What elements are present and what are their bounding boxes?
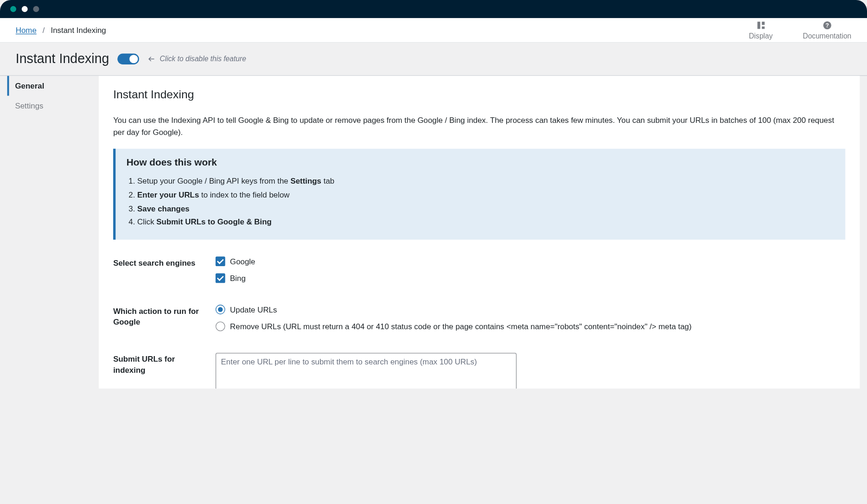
documentation-label: Documentation — [803, 32, 851, 40]
row-search-engines: Select search engines Google Bing — [113, 256, 845, 283]
display-label: Display — [749, 32, 772, 40]
window-max-dot[interactable] — [33, 6, 39, 12]
svg-rect-1 — [762, 21, 765, 25]
radio-remove-urls[interactable]: Remove URLs (URL must return a 404 or 41… — [216, 322, 845, 332]
main-panel: Instant Indexing You can use the Indexin… — [99, 76, 860, 389]
topbar: Home / Instant Indexing Display ? Docume… — [0, 18, 867, 43]
breadcrumb-home-link[interactable]: Home — [16, 26, 37, 34]
toggle-hint: Click to disable this feature — [148, 55, 246, 63]
panel-heading: Instant Indexing — [113, 88, 845, 102]
window-close-dot[interactable] — [10, 6, 16, 12]
checkbox-label: Bing — [230, 274, 246, 282]
panel-description: You can use the Indexing API to tell Goo… — [113, 115, 845, 138]
documentation-link[interactable]: ? Documentation — [803, 20, 851, 40]
info-step: Click Submit URLs to Google & Bing — [137, 217, 835, 229]
breadcrumb: Home / Instant Indexing — [16, 26, 106, 34]
checkbox-label: Google — [230, 257, 255, 266]
page-header: Instant Indexing Click to disable this f… — [0, 43, 867, 76]
info-step: Save changes — [137, 203, 835, 215]
arrow-left-icon — [148, 55, 156, 63]
row-action: Which action to run for Google Update UR… — [113, 305, 845, 331]
checkbox-icon — [216, 256, 225, 266]
display-link[interactable]: Display — [749, 20, 772, 40]
radio-label: Remove URLs (URL must return a 404 or 41… — [230, 322, 692, 331]
radio-update-urls[interactable]: Update URLs — [216, 305, 845, 314]
feature-toggle[interactable] — [118, 54, 140, 64]
topbar-right: Display ? Documentation — [749, 20, 851, 40]
radio-icon — [216, 322, 225, 332]
urls-textarea[interactable] — [216, 353, 516, 389]
breadcrumb-sep: / — [43, 26, 45, 34]
tab-general[interactable]: General — [7, 76, 99, 96]
tab-settings[interactable]: Settings — [7, 96, 99, 115]
action-label: Which action to run for Google — [113, 305, 216, 331]
checkbox-bing[interactable]: Bing — [216, 274, 845, 283]
info-heading: How does this work — [127, 157, 835, 168]
page-title: Instant Indexing — [16, 51, 109, 67]
checkbox-icon — [216, 274, 225, 283]
window-titlebar — [0, 0, 867, 18]
toggle-hint-text: Click to disable this feature — [160, 55, 246, 63]
window-min-dot[interactable] — [22, 6, 28, 12]
breadcrumb-current: Instant Indexing — [51, 26, 106, 34]
checkbox-google[interactable]: Google — [216, 256, 845, 266]
row-submit-urls: Submit URLs for indexing — [113, 353, 845, 389]
submit-label: Submit URLs for indexing — [113, 353, 216, 389]
svg-rect-2 — [762, 26, 765, 28]
tabs-nav: General Settings — [7, 76, 99, 389]
engines-label: Select search engines — [113, 256, 216, 283]
info-steps: Setup your Google / Bing API keys from t… — [127, 175, 835, 229]
tab-label: Settings — [15, 101, 43, 110]
info-step: Enter your URLs to index to the field be… — [137, 189, 835, 202]
tab-label: General — [15, 81, 44, 90]
svg-text:?: ? — [825, 22, 829, 28]
svg-rect-0 — [757, 21, 760, 29]
info-step: Setup your Google / Bing API keys from t… — [137, 175, 835, 188]
info-box: How does this work Setup your Google / B… — [113, 149, 845, 240]
question-icon: ? — [822, 20, 832, 30]
radio-label: Update URLs — [230, 305, 277, 314]
display-icon — [756, 20, 766, 30]
radio-icon — [216, 305, 225, 314]
